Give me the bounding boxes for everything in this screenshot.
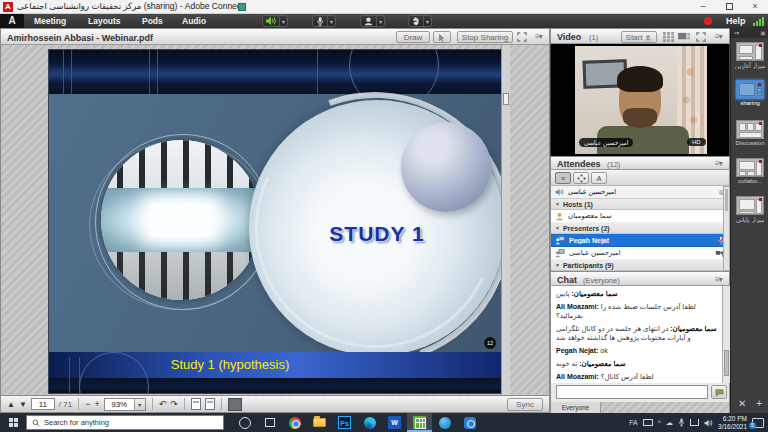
share-pod-menu-icon[interactable]: ≡▾ [535, 32, 542, 41]
attendees-scrollbar[interactable] [723, 186, 730, 271]
attendee-row-host[interactable]: سما معصومیان [551, 210, 729, 223]
browser-app-icon[interactable] [457, 413, 482, 432]
grid-view-icon[interactable] [663, 32, 674, 42]
page-down-button[interactable]: ▼ [19, 400, 27, 409]
layout-item-sharing[interactable]: sharing [731, 80, 768, 106]
task-view-icon[interactable] [257, 413, 282, 432]
taskbar-search[interactable]: Search for anything [26, 415, 224, 430]
video-fullscreen-icon[interactable] [696, 32, 706, 42]
chat-input[interactable] [556, 385, 708, 399]
menu-layouts[interactable]: Layouts [82, 14, 127, 28]
cortana-icon[interactable] [232, 413, 257, 432]
page-up-button[interactable]: ▲ [7, 400, 15, 409]
attendees-toolbar: ≡ A [550, 170, 730, 186]
tray-mic-icon[interactable] [678, 418, 685, 427]
onedrive-cloud-icon[interactable]: ☁ [666, 419, 673, 427]
share-scrollbar[interactable] [501, 45, 510, 395]
attendees-pod-header: Attendees (12) ≡▾ [550, 156, 730, 170]
menu-pods[interactable]: Pods [136, 14, 169, 28]
network-icon[interactable] [690, 419, 699, 426]
file-explorer-icon[interactable] [307, 413, 332, 432]
fullscreen-icon[interactable] [517, 32, 527, 42]
attendee-row-presenter[interactable]: امیرحسین عباسی [551, 247, 729, 260]
presenters-section-header[interactable]: ▼ Presenters (2) [551, 223, 729, 234]
microphone-button[interactable]: ▾ [312, 15, 336, 27]
thumbnail-view-icon[interactable] [228, 398, 242, 411]
raise-hand-button[interactable]: ▾ [408, 15, 432, 27]
zoom-dropdown-icon[interactable]: ▾ [134, 399, 145, 410]
video-pod-menu-icon[interactable]: ≡▾ [715, 32, 722, 41]
stop-sharing-button[interactable]: Stop Sharing [457, 31, 513, 43]
layouts-menu-icon[interactable]: ▪▾ [734, 28, 739, 38]
chat-message: Pegah Nejat: ok [556, 346, 719, 355]
search-icon [32, 419, 40, 427]
attendee-status-view-icon[interactable]: A [591, 172, 607, 184]
page-number-input[interactable] [31, 398, 55, 410]
minimize-button[interactable]: – [690, 0, 716, 14]
zoom-out-button[interactable]: − [85, 399, 90, 409]
word-icon[interactable]: W [382, 413, 407, 432]
chrome-icon[interactable] [282, 413, 307, 432]
close-button[interactable]: × [742, 0, 768, 14]
zoom-in-button[interactable]: + [94, 399, 99, 409]
fit-page-icon[interactable] [205, 398, 215, 410]
adobe-connect-taskbar-icon[interactable] [407, 413, 432, 432]
attendees-scrollbar-thumb[interactable] [725, 189, 728, 211]
layout-item-discussion[interactable]: Discussion [731, 120, 768, 146]
attendees-pod-menu-icon[interactable]: ≡▾ [715, 159, 722, 168]
skype-icon[interactable] [432, 413, 457, 432]
raise-hand-dropdown[interactable]: ▾ [426, 18, 429, 25]
windows-taskbar: Search for anything Ps W FA ^ ☁ 6:20 PM … [0, 413, 768, 432]
presenter-icon [555, 236, 565, 245]
photoshop-icon[interactable]: Ps [332, 413, 357, 432]
draw-button[interactable]: Draw [396, 31, 430, 43]
rotate-right-button[interactable]: ↷ [170, 399, 178, 409]
pointer-button[interactable] [433, 31, 451, 43]
zoom-level-value: 93% [105, 399, 134, 410]
keyboard-icon[interactable] [643, 419, 653, 426]
start-webcam-button[interactable]: Start [621, 31, 657, 43]
add-layout-icon[interactable]: + [756, 398, 762, 409]
chat-scrollbar-thumb[interactable] [724, 350, 729, 376]
zoom-level-select[interactable]: 93% ▾ [104, 398, 146, 411]
speaker-button[interactable]: ▾ [262, 15, 288, 27]
rotate-left-button[interactable]: ↶ [159, 399, 167, 409]
page-total-label: / 71 [59, 400, 72, 409]
delete-layout-icon[interactable]: ✕ [738, 398, 746, 409]
action-center-icon[interactable]: 5 [752, 418, 764, 428]
speaker-dropdown[interactable]: ▾ [282, 18, 285, 25]
hidden-icons-chevron[interactable]: ^ [658, 419, 661, 426]
layout-item-5[interactable]: میزار پایانی [731, 196, 768, 223]
menu-audio[interactable]: Audio [176, 14, 212, 28]
send-message-button[interactable] [711, 385, 727, 399]
chat-pod-menu-icon[interactable]: ≡▾ [715, 275, 722, 284]
start-button[interactable] [0, 413, 26, 432]
webcam-button[interactable]: ▾ [360, 15, 385, 27]
language-indicator[interactable]: FA [629, 419, 638, 426]
taskbar-clock[interactable]: 6:20 PM 3/16/2021 [718, 415, 747, 431]
fit-width-icon[interactable] [191, 398, 201, 410]
microphone-dropdown[interactable]: ▾ [330, 18, 333, 25]
filmstrip-view-icon[interactable] [678, 32, 690, 42]
edge-icon[interactable] [357, 413, 382, 432]
sync-button[interactable]: Sync [507, 398, 543, 411]
webcam-dropdown[interactable]: ▾ [379, 18, 382, 25]
layout-item-1[interactable]: میزار آغازین [731, 42, 768, 69]
maximize-button[interactable] [716, 0, 742, 14]
help-menu[interactable]: Help [726, 16, 746, 26]
hosts-section-header[interactable]: ▼ Hosts (1) [551, 199, 729, 210]
tab-everyone[interactable]: Everyone [551, 402, 601, 413]
presenter-name: Pegah Nejat [569, 237, 713, 244]
attendee-row-presenter-selected[interactable]: Pegah Nejat [551, 234, 729, 247]
layout-item-collaboration[interactable]: collabo... [731, 158, 768, 184]
chat-message: سما معصومیان: نه خوبه [556, 359, 719, 368]
menu-meeting[interactable]: Meeting [28, 14, 72, 28]
attendee-breakout-view-icon[interactable] [573, 172, 589, 184]
volume-icon[interactable] [704, 419, 713, 427]
layouts-pin-icon[interactable]: ▣ [760, 28, 766, 38]
share-scrollbar-thumb[interactable] [503, 93, 509, 105]
participants-section-header[interactable]: ▼ Participants (9) [551, 260, 729, 271]
window-titlebar: A مرکز تحقیقات روانشناسی اجتماعی (sharin… [0, 0, 768, 14]
attendee-list-view-icon[interactable]: ≡ [555, 172, 571, 184]
chat-scrollbar[interactable] [722, 286, 730, 383]
